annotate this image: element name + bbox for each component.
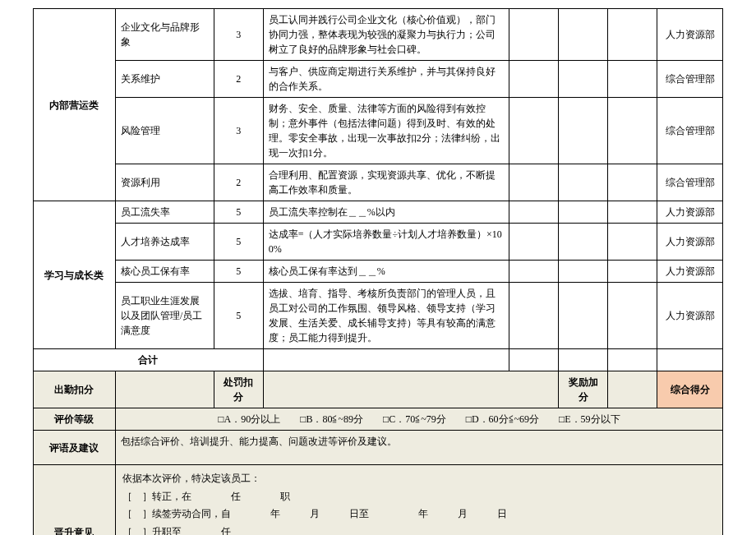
weight: 2 bbox=[214, 164, 263, 201]
weight: 5 bbox=[214, 201, 263, 224]
category-learning: 学习与成长类 bbox=[34, 201, 116, 349]
total-cell bbox=[263, 349, 509, 371]
table-row: 资源利用 2 合理利用、配置资源，实现资源共享、优化，不断提高工作效率和质量。 … bbox=[34, 164, 723, 201]
score-cell bbox=[509, 164, 559, 201]
final-score-label: 综合得分 bbox=[657, 371, 723, 408]
total-label: 合计 bbox=[34, 349, 264, 371]
item-label: 人才培养达成率 bbox=[115, 224, 214, 261]
category-internal-ops: 内部营运类 bbox=[34, 9, 116, 201]
rating-label: 评价等级 bbox=[34, 408, 116, 431]
score-cell bbox=[559, 9, 608, 61]
dept: 人力资源部 bbox=[657, 224, 723, 261]
item-label: 员工职业生涯发展以及团队管理/员工满意度 bbox=[115, 283, 214, 349]
score-cell bbox=[559, 164, 608, 201]
attendance-deduct-value bbox=[115, 371, 214, 408]
attendance-deduct-label: 出勤扣分 bbox=[34, 371, 116, 408]
score-cell bbox=[608, 9, 657, 61]
score-cell bbox=[559, 98, 608, 164]
standard: 选拔、培育、指导、考核所负责部门的管理人员，且员工对公司的工作氛围、领导风格、领… bbox=[263, 283, 509, 349]
score-cell bbox=[509, 9, 559, 61]
table-row: 人才培养达成率 5 达成率=（人才实际培养数量÷计划人才培养数量）×100% 人… bbox=[34, 224, 723, 261]
score-cell bbox=[608, 164, 657, 201]
score-cell bbox=[509, 201, 559, 224]
weight: 5 bbox=[214, 261, 263, 283]
score-cell bbox=[559, 283, 608, 349]
standard: 员工流失率控制在＿＿%以内 bbox=[263, 201, 509, 224]
rating-row: 评价等级 □A．90分以上 □B．80≦~89分 □C．70≦~79分 □D．6… bbox=[34, 408, 723, 431]
comment-row: 评语及建议 包括综合评价、培训提升、能力提高、问题改进等评价及建议。 bbox=[34, 431, 723, 465]
weight: 3 bbox=[214, 9, 263, 61]
reward-value bbox=[608, 371, 657, 408]
comment-text: 包括综合评价、培训提升、能力提高、问题改进等评价及建议。 bbox=[115, 431, 722, 465]
item-label: 核心员工保有率 bbox=[115, 261, 214, 283]
standard: 员工认同并践行公司企业文化（核心价值观），部门协同力强，整体表现为较强的凝聚力与… bbox=[263, 9, 509, 61]
promote-line: ［ ］升职至 任 bbox=[122, 523, 716, 535]
table-row: 员工职业生涯发展以及团队管理/员工满意度 5 选拔、培育、指导、考核所负责部门的… bbox=[34, 283, 723, 349]
penalty-deduct-label: 处罚扣分 bbox=[214, 371, 263, 408]
score-cell bbox=[509, 98, 559, 164]
total-cell bbox=[559, 349, 608, 371]
penalty-deduct-value bbox=[263, 371, 559, 408]
reward-label: 奖励加分 bbox=[559, 371, 608, 408]
dept: 综合管理部 bbox=[657, 61, 723, 98]
item-label: 关系维护 bbox=[115, 61, 214, 98]
standard: 合理利用、配置资源，实现资源共享、优化，不断提高工作效率和质量。 bbox=[263, 164, 509, 201]
table-row: 风险管理 3 财务、安全、质量、法律等方面的风险得到有效控制；意外事件（包括法律… bbox=[34, 98, 723, 164]
total-cell bbox=[509, 349, 559, 371]
total-cell bbox=[657, 349, 723, 371]
score-cell bbox=[559, 261, 608, 283]
item-label: 风险管理 bbox=[115, 98, 214, 164]
score-cell bbox=[509, 283, 559, 349]
weight: 3 bbox=[214, 98, 263, 164]
rating-options: □A．90分以上 □B．80≦~89分 □C．70≦~79分 □D．60分≦~6… bbox=[115, 408, 722, 431]
total-row: 合计 bbox=[34, 349, 723, 371]
dept: 人力资源部 bbox=[657, 261, 723, 283]
standard: 达成率=（人才实际培养数量÷计划人才培养数量）×100% bbox=[263, 224, 509, 261]
standard: 财务、安全、质量、法律等方面的风险得到有效控制；意外事件（包括法律问题）得到及时… bbox=[263, 98, 509, 164]
item-label: 资源利用 bbox=[115, 164, 214, 201]
promote-line: ［ ］转正，在 任 职 bbox=[122, 488, 716, 506]
total-cell bbox=[608, 349, 657, 371]
promotion-label: 晋升意见 bbox=[34, 465, 116, 536]
table-row: 核心员工保有率 5 核心员工保有率达到＿＿% 人力资源部 bbox=[34, 261, 723, 283]
weight: 5 bbox=[214, 224, 263, 261]
score-cell bbox=[509, 261, 559, 283]
score-cell bbox=[608, 61, 657, 98]
weight: 2 bbox=[214, 61, 263, 98]
score-cell bbox=[608, 201, 657, 224]
score-cell bbox=[559, 61, 608, 98]
dept: 人力资源部 bbox=[657, 9, 723, 61]
score-cell bbox=[509, 224, 559, 261]
dept: 综合管理部 bbox=[657, 164, 723, 201]
score-cell bbox=[608, 261, 657, 283]
standard: 与客户、供应商定期进行关系维护，并与其保持良好的合作关系。 bbox=[263, 61, 509, 98]
score-cell bbox=[559, 224, 608, 261]
score-cell bbox=[608, 224, 657, 261]
evaluation-table: 内部营运类 企业文化与品牌形象 3 员工认同并践行公司企业文化（核心价值观），部… bbox=[33, 8, 723, 535]
standard: 核心员工保有率达到＿＿% bbox=[263, 261, 509, 283]
promotion-row: 晋升意见 依据本次评价，特决定该员工： ［ ］转正，在 任 职 ［ ］续签劳动合… bbox=[34, 465, 723, 536]
score-cell bbox=[608, 98, 657, 164]
weight: 5 bbox=[214, 283, 263, 349]
promotion-content: 依据本次评价，特决定该员工： ［ ］转正，在 任 职 ［ ］续签劳动合同，自 年… bbox=[115, 465, 722, 536]
table-row: 关系维护 2 与客户、供应商定期进行关系维护，并与其保持良好的合作关系。 综合管… bbox=[34, 61, 723, 98]
comment-label: 评语及建议 bbox=[34, 431, 116, 465]
promote-line: ［ ］续签劳动合同，自 年 月 日至 年 月 日 bbox=[122, 505, 716, 523]
dept: 综合管理部 bbox=[657, 98, 723, 164]
item-label: 员工流失率 bbox=[115, 201, 214, 224]
score-cell bbox=[559, 201, 608, 224]
item-label: 企业文化与品牌形象 bbox=[115, 9, 214, 61]
table-row: 学习与成长类 员工流失率 5 员工流失率控制在＿＿%以内 人力资源部 bbox=[34, 201, 723, 224]
dept: 人力资源部 bbox=[657, 283, 723, 349]
table-row: 内部营运类 企业文化与品牌形象 3 员工认同并践行公司企业文化（核心价值观），部… bbox=[34, 9, 723, 61]
score-cell bbox=[608, 283, 657, 349]
deduction-row: 出勤扣分 处罚扣分 奖励加分 综合得分 bbox=[34, 371, 723, 408]
promote-line: 依据本次评价，特决定该员工： bbox=[122, 470, 716, 488]
score-cell bbox=[509, 61, 559, 98]
dept: 人力资源部 bbox=[657, 201, 723, 224]
